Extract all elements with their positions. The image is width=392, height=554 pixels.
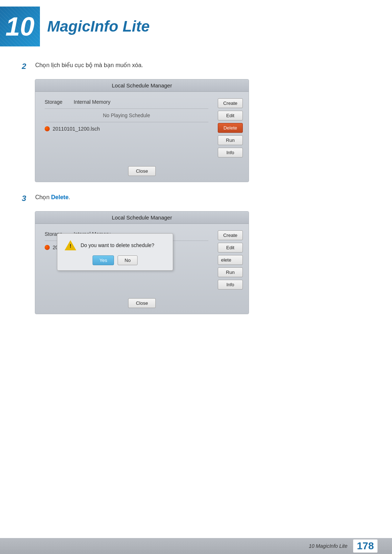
panel1-info-button[interactable]: Info	[218, 148, 243, 157]
panel2-buttons: Create Edit elete Run Info	[218, 230, 243, 290]
page-content: 2 Chọn lịch biểu cục bộ mà bạn muốn xóa.…	[0, 61, 392, 314]
schedule-item-label: 20110101_1200.lsch	[53, 126, 100, 132]
footer-chapter-ref: 10 MagicInfo Lite	[309, 543, 348, 549]
panel1-no-schedule: No Playing Schedule	[41, 110, 212, 120]
panel2-delete-button[interactable]: elete	[218, 255, 243, 265]
schedule-radio-icon	[45, 126, 50, 131]
step-3-bold: Delete	[51, 194, 69, 200]
panel1-buttons: Create Edit Delete Run Info	[218, 98, 243, 157]
popup-buttons: Yes No	[65, 255, 166, 265]
local-schedule-manager-panel-2: Local Schedule Manager Storage Internal …	[35, 211, 249, 314]
popup-yes-button[interactable]: Yes	[93, 255, 114, 265]
panel2-title: Local Schedule Manager	[35, 212, 249, 224]
panel2-run-button[interactable]: Run	[218, 267, 243, 277]
panel2-radio-icon	[45, 245, 50, 250]
panel1-schedule-item[interactable]: 20110101_1200.lsch	[41, 124, 212, 134]
panel2-body: Storage Internal Memory 201 !	[35, 224, 249, 295]
chapter-number-block: 10	[0, 7, 40, 46]
popup-message-text: Do you want to delete schedule?	[81, 242, 154, 248]
popup-no-button[interactable]: No	[118, 255, 138, 265]
panel1-left: Storage Internal Memory No Playing Sched…	[41, 97, 212, 157]
step-3-text: Chọn Delete.	[35, 193, 70, 202]
panel1-storage-label: Storage	[45, 99, 74, 105]
panel1-delete-button[interactable]: Delete	[218, 123, 243, 133]
confirm-delete-popup: ! Do you want to delete schedule? Yes No	[57, 233, 173, 271]
popup-message-row: ! Do you want to delete schedule?	[65, 240, 166, 250]
step-2: 2 Chọn lịch biểu cục bộ mà bạn muốn xóa.	[22, 61, 370, 71]
panel2-create-button[interactable]: Create	[218, 230, 243, 240]
panel2-close-button[interactable]: Close	[128, 298, 155, 308]
chapter-number: 10	[5, 13, 34, 40]
footer-page-number: 178	[353, 539, 377, 553]
panel1-run-button[interactable]: Run	[218, 135, 243, 145]
panel1-body: Storage Internal Memory No Playing Sched…	[35, 92, 249, 163]
panel1-separator-2	[45, 122, 208, 122]
panel1-close-button[interactable]: Close	[128, 166, 155, 176]
panel1-title: Local Schedule Manager	[35, 79, 249, 92]
step-2-text: Chọn lịch biểu cục bộ mà bạn muốn xóa.	[35, 61, 143, 70]
step-2-number: 2	[22, 62, 31, 71]
step-3: 3 Chọn Delete.	[22, 193, 370, 203]
page-header: 10 MagicInfo Lite	[0, 0, 392, 50]
panel1-separator-1	[45, 108, 208, 109]
local-schedule-manager-panel-1: Local Schedule Manager Storage Internal …	[35, 79, 249, 182]
panel2-edit-button[interactable]: Edit	[218, 243, 243, 253]
panel1-internal-memory: Internal Memory	[74, 99, 110, 105]
panel2-info-button[interactable]: Info	[218, 280, 243, 290]
panel2-left: Storage Internal Memory 201 !	[41, 229, 212, 290]
warning-exclaim-icon: !	[70, 243, 72, 249]
panel2-delete-label: elete	[221, 257, 231, 263]
step-3-number: 3	[22, 194, 31, 203]
panel1-storage-row: Storage Internal Memory	[41, 97, 212, 107]
warning-icon-wrap: !	[65, 240, 76, 250]
panel1-edit-button[interactable]: Edit	[218, 111, 243, 120]
page-footer: 10 MagicInfo Lite 178	[0, 538, 392, 554]
chapter-title: MagicInfo Lite	[47, 18, 150, 35]
panel1-create-button[interactable]: Create	[218, 98, 243, 108]
